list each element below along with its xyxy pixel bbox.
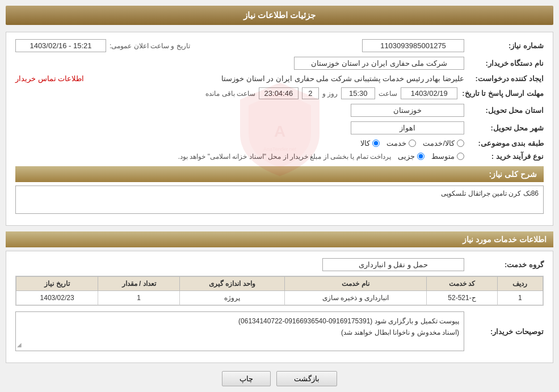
category-radio-group: کالا/خدمت خدمت کالا: [15, 139, 464, 147]
back-button[interactable]: بازگشت: [276, 371, 337, 386]
need-number-row: شماره نیاز: 1103093985001275 تاریخ و ساع…: [15, 39, 544, 52]
deadline-row: مهلت ارسال پاسخ تا تاریخ: 1403/02/19 ساع…: [15, 87, 544, 99]
deadline-remaining: 23:04:46: [259, 87, 299, 99]
col-header-date: تاریخ نیاز: [16, 277, 98, 291]
services-card: گروه خدمت: حمل و نقل و انبارداری ردیف کد…: [6, 251, 553, 363]
category-radio-kala[interactable]: [372, 140, 380, 147]
category-label-kala-khedmat: کالا/خدمت: [423, 139, 455, 147]
purchase-note: پرداخت تمام یا بخشی از مبلغ خریدار از مح…: [15, 153, 391, 161]
category-option-kala-khedmat: کالا/خدمت: [423, 139, 464, 147]
city-label: شهر محل تحویل:: [464, 124, 544, 132]
cell-unit-1: پروژه: [180, 291, 285, 305]
purchase-option-jozi: جزیی: [398, 152, 424, 161]
cell-name-1: انبارداری و ذخیره سازی: [284, 291, 427, 305]
purchase-radio-group: متوسط جزیی پرداخت تمام یا بخشی از مبلغ خ…: [15, 152, 464, 161]
need-description-row: 86تک کرن تامین جراثقال تلسکوپی: [15, 186, 544, 214]
cell-date-1: 1403/02/23: [16, 291, 98, 305]
purchase-option-motavaset: متوسط: [431, 152, 464, 161]
service-group-row: گروه خدمت: حمل و نقل و انبارداری: [15, 258, 544, 271]
purchase-type-row: نوع فرآیند خرید : متوسط جزیی پرداخت تمام…: [15, 152, 544, 161]
deadline-fields: 1403/02/19 ساعت 15:30 روز و 2 23:04:46 س…: [15, 87, 457, 99]
print-button[interactable]: چاپ: [222, 371, 271, 386]
page-wrapper: جزئیات اطلاعات نیاز A AnaTender.net شمار…: [0, 0, 559, 392]
buyer-row: نام دستگاه خریدار: شرکت ملی حفاری ایران …: [15, 57, 544, 70]
category-row: طبقه بندی موضوعی: کالا/خدمت خدمت کالا: [15, 139, 544, 147]
contact-link[interactable]: اطلاعات تماس خریدار: [15, 74, 84, 83]
services-section-title: اطلاعات خدمات مورد نیاز: [6, 231, 553, 247]
need-description-value: 86تک کرن تامین جراثقال تلسکوپی: [15, 186, 544, 214]
purchase-label-motavaset: متوسط: [431, 152, 455, 161]
buyer-description-container: پیوست تکمیل و بارگزاری شود (09169175391-…: [15, 311, 464, 351]
col-header-row: ردیف: [497, 277, 543, 291]
creator-label: ایجاد کننده درخواست:: [464, 74, 544, 83]
resize-icon: ◢: [17, 340, 22, 349]
category-radio-khedmat[interactable]: [409, 140, 416, 147]
cell-quantity-1: 1: [98, 291, 180, 305]
service-group-value: حمل و نقل و انبارداری: [322, 258, 464, 271]
col-header-code: کد خدمت: [427, 277, 497, 291]
main-card: A AnaTender.net شماره نیاز: 110309398500…: [6, 32, 553, 226]
service-group-label: گروه خدمت:: [464, 260, 544, 269]
button-row: بازگشت چاپ: [6, 371, 553, 386]
category-option-khedmat: خدمت: [386, 139, 416, 147]
buyer-description-label: توصیحات خریدار:: [464, 327, 544, 336]
purchase-radio-jozi[interactable]: [417, 153, 424, 160]
category-label: طبقه بندی موضوعی:: [464, 139, 544, 147]
province-row: استان محل تحویل: خوزستان: [15, 104, 544, 117]
city-value: اهواز: [351, 121, 464, 134]
deadline-days: 2: [302, 87, 319, 99]
cell-code-1: ح-521-52: [427, 291, 497, 305]
announce-value: 1403/02/16 - 15:21: [15, 39, 106, 52]
deadline-date: 1403/02/19: [401, 87, 457, 99]
buyer-label: نام دستگاه خریدار:: [464, 59, 544, 68]
purchase-label-jozi: جزیی: [398, 152, 415, 161]
creator-row: ایجاد کننده درخواست: علیرضا بهادر رئیس خ…: [15, 74, 544, 83]
deadline-time: 15:30: [341, 87, 375, 99]
province-label: استان محل تحویل:: [464, 106, 544, 115]
table-row: 1 ح-521-52 انبارداری و ذخیره سازی پروژه …: [16, 291, 543, 305]
category-radio-kala-khedmat[interactable]: [457, 140, 464, 147]
buyer-value: شرکت ملی حفاری ایران در استان خوزستان: [294, 57, 464, 70]
need-description-container: 86تک کرن تامین جراثقال تلسکوپی: [15, 186, 544, 214]
col-header-unit: واحد اندازه گیری: [180, 277, 285, 291]
purchase-radio-motavaset[interactable]: [457, 153, 464, 160]
category-option-kala: کالا: [360, 139, 380, 147]
page-title: جزئیات اطلاعات نیاز: [6, 6, 553, 25]
deadline-day-label: روز و: [322, 90, 338, 98]
buyer-description-line2: (اسناد مخدوش و ناخوانا ابطال خواهند شد): [20, 327, 459, 338]
deadline-remaining-label: ساعت باقی مانده: [205, 90, 255, 98]
deadline-label: مهلت ارسال پاسخ تا تاریخ:: [457, 89, 544, 98]
buyer-description-line1: پیوست تکمیل و بارگزاری شود (09169175391-…: [20, 315, 459, 327]
buyer-description-value: پیوست تکمیل و بارگزاری شود (09169175391-…: [15, 311, 464, 351]
category-label-khedmat: خدمت: [386, 139, 406, 147]
announce-label: تاریخ و ساعت اعلان عمومی:: [110, 42, 190, 50]
deadline-time-label: ساعت: [379, 90, 397, 98]
need-number-value: 1103093985001275: [362, 39, 464, 52]
creator-value: علیرضا بهادر رئیس خدمات پشتیبانی شرکت مل…: [84, 74, 464, 83]
services-table-wrapper: ردیف کد خدمت نام خدمت واحد اندازه گیری ت…: [15, 276, 544, 306]
province-value: خوزستان: [351, 104, 464, 117]
purchase-type-label: نوع فرآیند خرید :: [464, 152, 544, 161]
services-table: ردیف کد خدمت نام خدمت واحد اندازه گیری ت…: [16, 276, 543, 305]
col-header-name: نام خدمت: [284, 277, 427, 291]
city-row: شهر محل تحویل: اهواز: [15, 121, 544, 134]
need-description-section-title: شرح کلی نیاز:: [15, 166, 544, 182]
category-label-kala: کالا: [360, 139, 370, 147]
table-header-row: ردیف کد خدمت نام خدمت واحد اندازه گیری ت…: [16, 277, 543, 291]
cell-row-1: 1: [497, 291, 543, 305]
col-header-quantity: تعداد / مقدار: [98, 277, 180, 291]
buyer-description-row: توصیحات خریدار: پیوست تکمیل و بارگزاری ش…: [15, 311, 544, 351]
need-number-label: شماره نیاز:: [464, 41, 544, 50]
